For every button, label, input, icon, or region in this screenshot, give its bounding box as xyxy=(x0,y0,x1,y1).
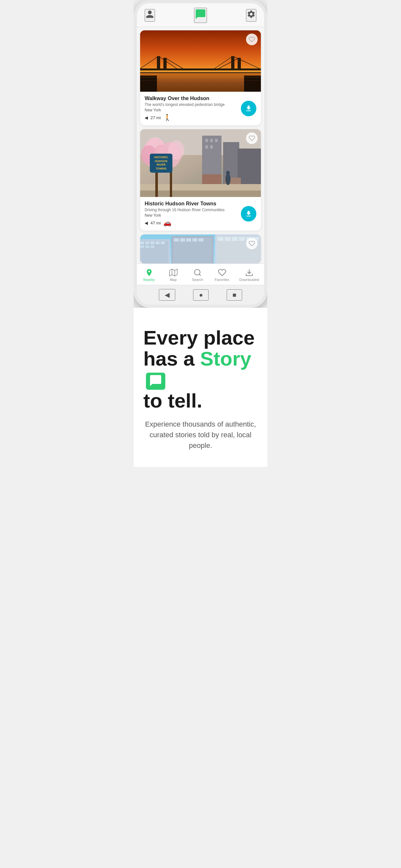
card-image-3 xyxy=(140,235,261,264)
card-subtitle-1: The world's longest elevated pedestrian … xyxy=(145,102,238,107)
svg-rect-57 xyxy=(192,238,197,242)
svg-point-40 xyxy=(226,171,230,175)
headline-chat-icon xyxy=(146,373,165,390)
download-button-1[interactable] xyxy=(241,101,256,116)
android-back-button[interactable]: ◀ xyxy=(159,289,175,301)
card-list: Walkway Over the Hudson The world's long… xyxy=(137,27,264,264)
card-title-2: Historic Hudson River Towns xyxy=(145,201,238,207)
nav-item-favorites[interactable]: Favorites xyxy=(212,267,232,283)
svg-rect-13 xyxy=(140,75,157,92)
svg-rect-63 xyxy=(232,237,238,241)
card-body-1: Walkway Over the Hudson The world's long… xyxy=(140,92,261,125)
svg-rect-30 xyxy=(140,190,261,197)
svg-rect-44 xyxy=(140,242,144,244)
svg-rect-46 xyxy=(150,242,154,244)
svg-rect-64 xyxy=(239,237,245,241)
android-nav-bar: ◀ ● ■ xyxy=(137,285,264,305)
svg-rect-23 xyxy=(210,139,213,142)
location-arrow-icon-2: ◀ xyxy=(145,221,148,225)
card-subtitle-2: Driving through 16 Hudson River Communit… xyxy=(145,208,238,212)
svg-line-71 xyxy=(199,274,201,276)
historic-badge: HISTORICHUDSONRIVERTOWNS xyxy=(150,154,173,173)
card-distance-2: ◀ 47 mi 🚗 xyxy=(145,219,238,227)
walking-icon: 🚶 xyxy=(163,114,172,121)
headline-part2: has a xyxy=(143,347,200,370)
card-image-1 xyxy=(140,30,261,92)
profile-button[interactable] xyxy=(145,9,155,22)
svg-point-70 xyxy=(194,269,200,275)
card-region-1: New York xyxy=(145,108,238,113)
nav-item-nearby[interactable]: Nearby xyxy=(140,267,159,283)
nav-label-favorites: Favorites xyxy=(215,278,229,282)
marketing-subtext: Experience thousands of authentic, curat… xyxy=(143,419,258,451)
card-info-1: Walkway Over the Hudson The world's long… xyxy=(145,96,238,121)
headline-story: Story xyxy=(200,347,251,370)
svg-rect-43 xyxy=(140,241,168,264)
card-walkway[interactable]: Walkway Over the Hudson The world's long… xyxy=(140,30,261,125)
phone-frame: Walkway Over the Hudson The world's long… xyxy=(134,0,267,308)
card-partial[interactable] xyxy=(140,235,261,264)
card-distance-1: ◀ 27 mi 🚶 xyxy=(145,114,238,121)
nav-item-downloaded[interactable]: Downloaded xyxy=(237,267,261,283)
favorite-button-1[interactable] xyxy=(246,34,258,45)
svg-rect-58 xyxy=(198,238,204,242)
svg-rect-3 xyxy=(157,56,160,70)
nav-label-downloaded: Downloaded xyxy=(239,278,259,282)
phone-screen: Walkway Over the Hudson The world's long… xyxy=(137,3,264,305)
svg-rect-47 xyxy=(156,242,159,244)
card-title-1: Walkway Over the Hudson xyxy=(145,96,238,101)
svg-rect-51 xyxy=(150,245,154,248)
svg-rect-61 xyxy=(218,237,223,241)
card-hudson-towns[interactable]: HISTORICHUDSONRIVERTOWNS Historic Hudson… xyxy=(140,129,261,230)
svg-rect-56 xyxy=(186,238,191,242)
card-region-2: New York xyxy=(145,213,238,218)
svg-rect-54 xyxy=(174,238,179,242)
svg-rect-25 xyxy=(205,145,208,149)
svg-rect-48 xyxy=(161,242,165,244)
nav-item-search[interactable]: Search xyxy=(188,267,207,283)
svg-rect-55 xyxy=(180,238,185,242)
marketing-section: Every place has a Story to tell. Experie… xyxy=(134,308,267,467)
android-home-button[interactable]: ● xyxy=(193,289,209,301)
driving-icon: 🚗 xyxy=(163,219,172,227)
svg-rect-49 xyxy=(140,245,144,248)
bottom-nav: Nearby Map Search xyxy=(137,264,264,285)
svg-rect-50 xyxy=(145,245,149,248)
chat-button[interactable] xyxy=(194,8,207,23)
card-body-2: Historic Hudson River Towns Driving thro… xyxy=(140,197,261,230)
svg-rect-24 xyxy=(215,139,218,142)
svg-rect-45 xyxy=(145,242,149,244)
location-arrow-icon: ◀ xyxy=(145,115,148,120)
marketing-headline: Every place has a Story to tell. xyxy=(143,327,258,411)
nav-label-nearby: Nearby xyxy=(143,278,155,282)
svg-rect-22 xyxy=(205,139,208,142)
distance-value-1: 27 mi xyxy=(150,115,161,120)
android-recent-button[interactable]: ■ xyxy=(227,289,242,301)
svg-marker-67 xyxy=(169,269,177,276)
nav-label-map: Map xyxy=(170,278,177,282)
download-button-2[interactable] xyxy=(241,206,256,221)
svg-rect-1 xyxy=(140,72,261,92)
nav-item-map[interactable]: Map xyxy=(164,267,183,283)
card-info-2: Historic Hudson River Towns Driving thro… xyxy=(145,201,238,227)
distance-value-2: 47 mi xyxy=(150,221,161,225)
card-image-2: HISTORICHUDSONRIVERTOWNS xyxy=(140,129,261,197)
nav-label-search: Search xyxy=(192,278,203,282)
settings-button[interactable] xyxy=(246,9,256,22)
headline-part3: to tell. xyxy=(143,390,203,412)
headline-part1: Every place xyxy=(143,327,255,349)
svg-rect-5 xyxy=(231,56,235,70)
svg-rect-26 xyxy=(210,145,213,149)
svg-rect-62 xyxy=(225,237,230,241)
favorite-button-2[interactable] xyxy=(246,132,258,144)
svg-point-39 xyxy=(225,174,230,185)
favorite-button-3[interactable] xyxy=(246,238,258,249)
top-bar xyxy=(137,3,264,27)
svg-rect-14 xyxy=(244,75,261,92)
